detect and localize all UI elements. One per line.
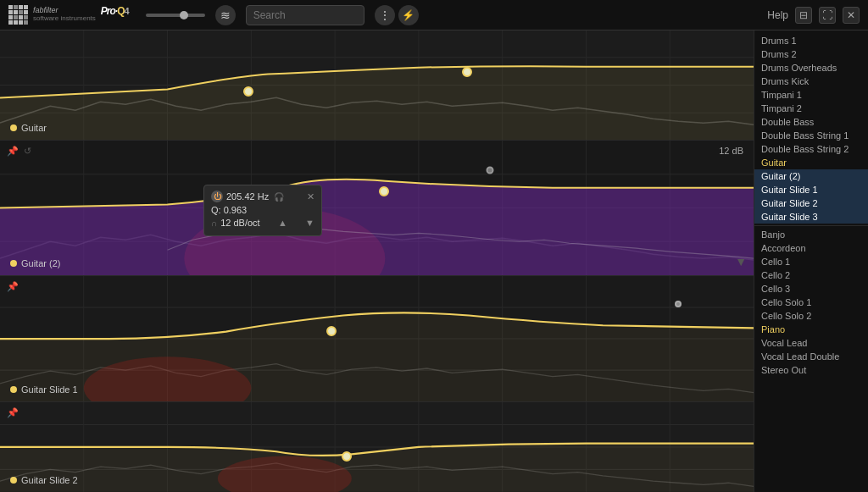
sidebar: Drums 1 Drums 2 Drums Overheads Drums Ki… — [754, 30, 868, 492]
sidebar-item-doublebassstring1[interactable]: Double Bass String 1 — [754, 129, 868, 142]
output-slider[interactable] — [146, 14, 205, 17]
menu-dots-button[interactable]: ⋮ — [375, 5, 395, 25]
main-content: Guitar — [0, 30, 868, 492]
sidebar-item-cello1[interactable]: Cello 1 — [754, 255, 868, 268]
sidebar-item-cellosolo2[interactable]: Cello Solo 2 — [754, 309, 868, 323]
logo-area: fabfilter software instruments Pro·Q4 — [8, 5, 129, 25]
sidebar-item-drums1[interactable]: Drums 1 — [754, 34, 868, 47]
sidebar-item-timpani2[interactable]: Timpani 2 — [754, 102, 868, 115]
panel-label-guitar: Guitar — [10, 123, 47, 133]
brand-tagline: software instruments — [33, 15, 96, 23]
pin-icon[interactable]: 📌 — [7, 146, 19, 157]
sidebar-item-guitarslide3[interactable]: Guitar Slide 3 — [754, 210, 868, 224]
eq-node-slide2-1[interactable] — [342, 451, 352, 462]
track-dot-3 — [10, 386, 17, 393]
sidebar-item-drumskick[interactable]: Drums Kick — [754, 75, 868, 88]
popup-close-button[interactable]: ✕ — [307, 191, 314, 202]
popup-db: 12 dB/oct — [220, 218, 259, 228]
popup-freq-row: ⏻ 205.42 Hz 🎧 ✕ — [211, 191, 314, 202]
panel-label-slide1: Guitar Slide 1 — [10, 384, 78, 395]
popup-db-row: ∩ 12 dB/oct ▲ ▼ — [211, 218, 314, 228]
header: fabfilter software instruments Pro·Q4 ≋ … — [0, 0, 868, 30]
sidebar-item-vocallead[interactable]: Vocal Lead — [754, 336, 868, 350]
close-button[interactable]: ✕ — [843, 7, 860, 24]
panel-view-button[interactable]: ⊟ — [795, 7, 812, 24]
sidebar-item-stereoout[interactable]: Stereo Out — [754, 363, 868, 377]
eq-panel-guitar2: ⏻ 205.42 Hz 🎧 ✕ Q: 0.963 ∩ 12 dB/oct ▲ ▼… — [0, 141, 754, 276]
sidebar-item-cello3[interactable]: Cello 3 — [754, 282, 868, 296]
eq-panel-guitar: Guitar — [0, 30, 754, 141]
track-dot-2 — [10, 260, 17, 267]
sidebar-item-accordeon[interactable]: Accordeon — [754, 241, 868, 255]
eq-node-bell-2[interactable] — [379, 186, 389, 196]
lightning-button[interactable]: ⚡ — [398, 5, 419, 25]
track-dot-4 — [10, 477, 17, 484]
popup-headphones-icon[interactable]: 🎧 — [274, 192, 284, 202]
panel-4-icons: 📌 — [7, 407, 19, 418]
eq-panels: Guitar — [0, 30, 754, 492]
eq-shape-button[interactable]: ≋ — [215, 5, 236, 25]
sidebar-item-doublebass[interactable]: Double Bass — [754, 115, 868, 129]
fullscreen-button[interactable]: ⛶ — [819, 7, 836, 24]
pin-icon-3[interactable]: 📌 — [7, 281, 19, 292]
logo-bits — [8, 5, 28, 25]
sidebar-item-guitarslide2[interactable]: Guitar Slide 2 — [754, 196, 868, 210]
eq-panel-guitarslide2: 📌 Guitar Slide 2 — [0, 402, 754, 492]
sidebar-item-drumsoverheads[interactable]: Drums Overheads — [754, 61, 868, 75]
popup-curve-icon: ∩ — [211, 218, 217, 228]
reset-icon[interactable]: ↺ — [24, 146, 31, 157]
eq-popup: ⏻ 205.42 Hz 🎧 ✕ Q: 0.963 ∩ 12 dB/oct ▲ ▼ — [203, 185, 322, 236]
eq-node-slide1-2[interactable] — [675, 301, 682, 307]
popup-power-icon[interactable]: ⏻ — [211, 191, 223, 202]
sidebar-item-guitarslide1[interactable]: Guitar Slide 1 — [754, 183, 868, 196]
eq-node-bell-3[interactable] — [486, 166, 493, 174]
sidebar-item-piano[interactable]: Piano — [754, 323, 868, 336]
sidebar-item-cello2[interactable]: Cello 2 — [754, 268, 868, 282]
sidebar-item-cellosolo1[interactable]: Cello Solo 1 — [754, 296, 868, 309]
search-input[interactable] — [253, 9, 357, 21]
help-button[interactable]: Help — [767, 9, 788, 21]
search-box — [246, 5, 364, 25]
sidebar-divider-1 — [754, 225, 868, 226]
eq-panel-guitarslide1: 📌 Guitar Slide 1 — [0, 276, 754, 402]
sidebar-item-doublebassstring2[interactable]: Double Bass String 2 — [754, 142, 868, 156]
sidebar-item-vocalleaddouble[interactable]: Vocal Lead Double — [754, 350, 868, 363]
popup-q-row: Q: 0.963 — [211, 205, 314, 215]
sidebar-item-guitar2[interactable]: Guitar (2) — [754, 169, 868, 183]
pin-icon-4[interactable]: 📌 — [7, 407, 19, 418]
popup-expand-arrow[interactable]: ▲ — [278, 218, 287, 228]
popup-q: Q: 0.963 — [211, 205, 247, 215]
sidebar-item-timpani1[interactable]: Timpani 1 — [754, 88, 868, 102]
sidebar-item-banjo[interactable]: Banjo — [754, 228, 868, 241]
panel-2-icons: 📌 ↺ — [7, 146, 31, 157]
panel-label-slide2: Guitar Slide 2 — [10, 475, 78, 485]
popup-collapse-arrow[interactable]: ▼ — [305, 218, 314, 228]
sidebar-item-drums2[interactable]: Drums 2 — [754, 47, 868, 61]
track-dot — [10, 124, 17, 131]
eq-node-2[interactable] — [462, 67, 472, 77]
sidebar-item-guitar[interactable]: Guitar — [754, 156, 868, 169]
db-label-guitar2: 12 dB — [719, 146, 743, 156]
eq-node-slide1-1[interactable] — [326, 326, 337, 336]
header-right: Help ⊟ ⛶ ✕ — [767, 7, 860, 24]
scroll-down-arrow[interactable]: ▼ — [735, 255, 747, 268]
product-logo: Pro·Q4 — [101, 5, 129, 25]
popup-freq: 205.42 Hz — [226, 191, 269, 202]
panel-3-icons: 📌 — [7, 281, 19, 292]
eq-node-1[interactable] — [243, 86, 253, 97]
panel-label-guitar2: Guitar (2) — [10, 258, 60, 268]
